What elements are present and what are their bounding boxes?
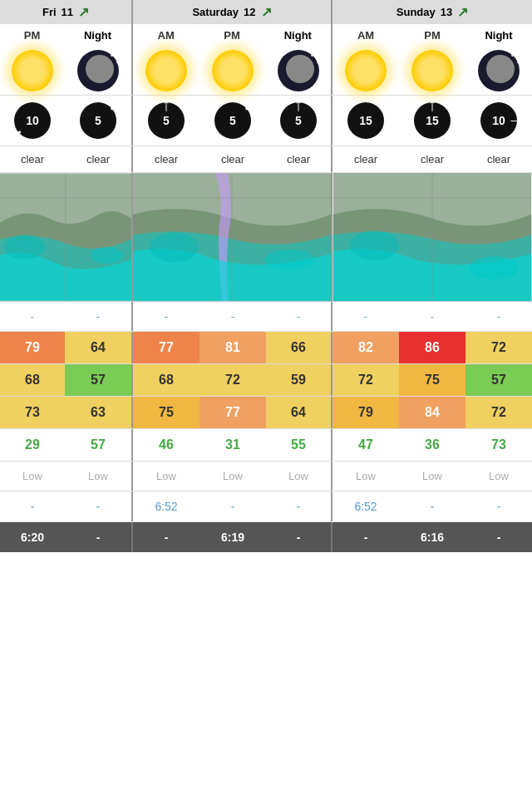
- wind-arrow-e: →: [507, 110, 525, 131]
- temp3-fri-pm: 73: [0, 397, 65, 428]
- temp3-sun-am: 79: [332, 397, 399, 428]
- sat-group: Saturday 12 ↗ AM PM Night: [133, 0, 332, 47]
- wind-value: 10: [26, 114, 39, 127]
- map-svg-fri: [0, 173, 131, 301]
- temp3-sat-am: 75: [133, 397, 200, 428]
- wind-value: 15: [359, 114, 372, 127]
- sun-icon: [145, 50, 187, 91]
- sun-expand-icon[interactable]: ↗: [457, 4, 468, 20]
- svg-point-1: [4, 235, 45, 260]
- green-fri-night: 57: [65, 429, 133, 461]
- wind-badge: 15: [347, 102, 384, 139]
- dash-fri-night: -: [65, 302, 133, 331]
- dash-sat-pm: -: [200, 302, 266, 331]
- map-svg-sat: [133, 173, 331, 301]
- sat-title: Saturday 12 ↗: [133, 0, 331, 24]
- temp-sun-pm: 86: [399, 332, 466, 363]
- temp-fri-night: 64: [65, 332, 133, 363]
- map-fri: [0, 173, 133, 301]
- green-sat-pm: 31: [200, 429, 266, 461]
- sun-day-number: 13: [441, 6, 452, 18]
- sun-pm-label: PM: [399, 24, 466, 47]
- green-sat-am: 46: [133, 429, 200, 461]
- temp2-sun-pm: 75: [399, 364, 466, 396]
- condition-row: clear clear clear clear clear clear clea…: [0, 146, 532, 173]
- map-sat: [133, 173, 332, 301]
- wind-value: 5: [163, 114, 170, 127]
- sun-icon: [411, 50, 453, 91]
- night-icon: [478, 50, 520, 91]
- sun-am-label: AM: [332, 24, 399, 47]
- temp2-fri-night: 57: [65, 364, 133, 396]
- wind-fri-pm: 10 ↙: [0, 96, 65, 146]
- dash-sun-am: -: [332, 302, 399, 331]
- condition-sun-am: clear: [332, 146, 399, 172]
- wind-sun-pm: 15 ↑: [399, 96, 466, 146]
- icon-sun-pm: [399, 47, 466, 95]
- sat-subheader: AM PM Night: [133, 24, 331, 47]
- icon-sat-night: [266, 47, 332, 95]
- label-sat-am: Low: [133, 462, 200, 491]
- condition-sat-night: clear: [266, 146, 332, 172]
- wind-badge: 10 →: [480, 102, 517, 139]
- footer-sun-am: -: [332, 522, 399, 552]
- green-fri-pm: 29: [0, 429, 65, 461]
- wind-arrow-n: ↑: [294, 94, 303, 116]
- wind-arrow-sw: ↙: [7, 126, 22, 147]
- icon-fri-pm: [0, 47, 65, 95]
- temp-sun-night: 72: [466, 332, 532, 363]
- temp-sat-pm: 81: [200, 332, 266, 363]
- svg-point-7: [265, 249, 315, 269]
- wind-badge: 5 ↑: [148, 102, 185, 139]
- stars-decoration: [111, 53, 114, 57]
- temp-sat-am: 77: [133, 332, 200, 363]
- footer-sat-pm: 6:19: [200, 522, 266, 552]
- fri-title: Fri 11 ↗: [0, 0, 131, 24]
- dash-row-1: - - - - - - - -: [0, 302, 532, 332]
- wind-sat-night: 5 ↑: [266, 96, 332, 146]
- sat-day-name: Saturday: [192, 6, 239, 18]
- wind-value: 10: [492, 114, 505, 127]
- wind-badge: 10 ↙: [14, 102, 51, 139]
- svg-point-11: [350, 231, 400, 261]
- footer-fri-night: -: [65, 522, 133, 552]
- bdash-fri-pm: -: [0, 491, 65, 521]
- wind-badge: 5 ↗: [214, 102, 251, 139]
- footer-sat-am: -: [133, 522, 200, 552]
- temp-row-3: 73 63 75 77 64 79 84 72: [0, 397, 532, 429]
- label-sat-pm: Low: [200, 462, 266, 491]
- icon-sun-am: [332, 47, 399, 95]
- icon-sun-night: [466, 47, 532, 95]
- sat-pm-label: PM: [199, 24, 264, 47]
- temp-sat-night: 66: [266, 332, 332, 363]
- wind-arrow-ne: ↗: [108, 94, 123, 116]
- dash-sat-am: -: [133, 302, 200, 331]
- bdash-sat-night: -: [266, 491, 332, 521]
- bdash-sun-night: -: [466, 491, 532, 521]
- sat-am-label: AM: [133, 24, 199, 47]
- sat-expand-icon[interactable]: ↗: [261, 4, 272, 20]
- bdash-fri-night: -: [65, 491, 133, 521]
- svg-point-12: [470, 256, 520, 279]
- temp2-sun-am: 72: [332, 364, 399, 396]
- weather-table: Fri 11 ↗ PM Night Saturday 12 ↗ AM PM Ni…: [0, 0, 532, 552]
- fri-pm-label: PM: [0, 24, 64, 47]
- fri-expand-icon[interactable]: ↗: [78, 4, 89, 20]
- fri-day-name: Fri: [42, 6, 57, 18]
- temp2-fri-pm: 68: [0, 364, 65, 396]
- wind-badge: 5 ↑: [280, 102, 317, 139]
- sun-icon: [212, 50, 254, 91]
- temp-fri-pm: 79: [0, 332, 65, 363]
- condition-sat-pm: clear: [200, 146, 266, 172]
- bdash-sat-pm: -: [200, 491, 266, 521]
- green-sat-night: 55: [266, 429, 332, 461]
- svg-point-2: [91, 247, 124, 264]
- condition-sun-pm: clear: [399, 146, 466, 172]
- day-headers: Fri 11 ↗ PM Night Saturday 12 ↗ AM PM Ni…: [0, 0, 532, 47]
- bdash-sat-am: 6:52: [133, 491, 200, 521]
- green-sun-pm: 36: [399, 429, 466, 461]
- temp2-sat-night: 59: [266, 364, 332, 396]
- stars-decoration: [311, 53, 314, 57]
- night-icon: [77, 50, 119, 91]
- label-row: Low Low Low Low Low Low Low Low: [0, 462, 532, 491]
